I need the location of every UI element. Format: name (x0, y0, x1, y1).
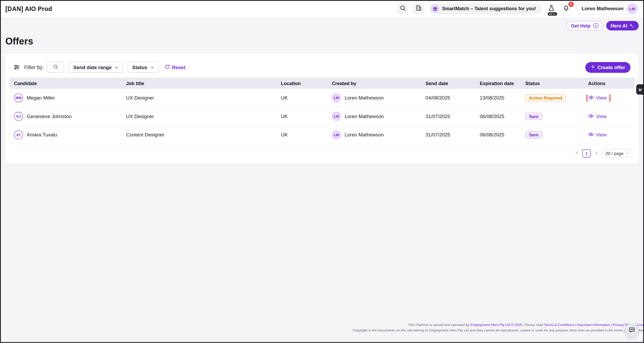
get-help-button[interactable]: Get Help ? (567, 21, 603, 30)
view-label: View (596, 95, 607, 101)
pagination: 1 20 / page (9, 144, 635, 159)
hero-ai-button[interactable]: Hero AI (606, 21, 639, 30)
labs-beta-button[interactable]: BETA (547, 3, 557, 14)
important-information-link[interactable]: Important Information (577, 323, 610, 327)
search-input[interactable] (47, 62, 64, 73)
legal-footer: This Platform is owned and operated by E… (353, 322, 644, 333)
column-header: Candidate (9, 81, 122, 86)
filter-sliders-icon (14, 64, 20, 70)
search-icon (400, 5, 406, 12)
view-label: View (596, 132, 607, 138)
table-row[interactable]: MM Megan Miller UX Designer UK LM Loren … (9, 89, 635, 107)
candidate-avatar: AT (14, 130, 23, 140)
create-offer-button[interactable]: Create offer (585, 62, 630, 73)
view-label: View (596, 113, 607, 119)
candidate-avatar: GJ (14, 112, 23, 121)
table-row[interactable]: GJ Genevieve Johnston UX Designer UK LM … (9, 107, 635, 126)
notification-count-badge: 2 (568, 1, 574, 7)
top-bar: [DAN] AIO Prod SmartMatch – Talent sugge… (0, 0, 644, 17)
create-offer-label: Create offer (597, 64, 625, 70)
smartmatch-label: SmartMatch – Talent suggestions for you! (442, 6, 536, 11)
footer-line-1: This Platform is owned and operated by E… (353, 322, 644, 328)
next-page-button[interactable] (594, 150, 598, 156)
view-offer-button[interactable]: View (588, 131, 607, 139)
filter-by-label: Filter by (24, 64, 43, 70)
chevron-right-icon (594, 150, 598, 156)
side-widget-tab[interactable]: W (636, 84, 644, 95)
created-by-name: Loren Mathewson (344, 113, 384, 119)
candidate-name: Amara Tuvalu (27, 132, 57, 138)
status-filter-label: Status (132, 64, 147, 70)
page-size-select[interactable]: 20 / page (602, 149, 632, 157)
organisation-button[interactable] (413, 3, 424, 14)
column-header: Actions (584, 81, 635, 86)
created-by-name: Loren Mathewson (344, 95, 384, 101)
send-date: 31/07/2025 (421, 113, 475, 119)
status-badge: Sent (525, 131, 542, 139)
chevron-down-icon (625, 152, 629, 155)
question-circle-icon: ? (593, 23, 598, 28)
page-size-label: 20 / page (606, 151, 624, 156)
cookie-policy-link[interactable]: Cookie Policy (637, 323, 644, 327)
created-by-avatar: LM (332, 112, 341, 121)
get-help-label: Get Help (571, 23, 590, 28)
eye-icon (588, 113, 594, 120)
column-header: Job title (122, 81, 276, 86)
chevron-down-icon (115, 65, 119, 69)
page-number-button[interactable]: 1 (583, 149, 591, 157)
eye-icon (588, 94, 594, 101)
send-date-range-label: Send date range (73, 64, 112, 70)
send-date: 31/07/2025 (421, 132, 475, 138)
view-offer-button[interactable]: View (588, 113, 607, 120)
created-by-name: Loren Mathewson (344, 132, 384, 138)
column-header: Created by (327, 81, 421, 86)
offers-page: [DAN] AIO Prod SmartMatch – Talent sugge… (0, 0, 644, 343)
expiration-date: 06/08/2025 (475, 113, 521, 119)
page-title: Offers (5, 36, 639, 47)
column-header: Status (521, 81, 584, 86)
previous-page-button[interactable] (575, 150, 579, 156)
terms-conditions-link[interactable]: Terms & Conditions (544, 323, 574, 327)
beta-badge: BETA (548, 12, 557, 15)
job-title: Content Designer (122, 132, 276, 138)
footer-text: This Platform is owned and operated by (408, 323, 471, 327)
chat-launcher-button[interactable] (625, 324, 639, 338)
user-menu[interactable]: Loren Mathewson LM (576, 2, 639, 15)
column-header: Expiration date (475, 81, 521, 86)
send-date: 04/08/2025 (421, 95, 475, 101)
notifications-button[interactable]: 2 (561, 3, 571, 14)
expiration-date: 06/08/2025 (475, 132, 521, 138)
chevron-down-icon (150, 65, 154, 69)
search-icon (53, 64, 58, 71)
filter-bar: Filter by Send date range Status (9, 58, 635, 78)
page-content: Get Help ? Hero AI Offers Filter by (0, 17, 644, 164)
user-avatar: LM (627, 4, 637, 14)
offers-card: Filter by Send date range Status (5, 54, 639, 164)
table-row[interactable]: AT Amara Tuvalu Content Designer UK LM L… (9, 126, 635, 144)
plus-icon (590, 64, 595, 70)
topbar-actions: SmartMatch – Talent suggestions for you!… (397, 2, 639, 15)
job-title: UX Designer (122, 95, 276, 101)
smartmatch-gift-icon (431, 4, 439, 13)
reset-filters-button[interactable]: Reset (165, 64, 185, 70)
employment-hero-link[interactable]: Employment Hero Pty Ltd © 2025 (470, 323, 522, 327)
status-badge: Sent (525, 113, 542, 120)
status-filter[interactable]: Status (128, 62, 159, 73)
offers-table: Candidate Job title Location Created by … (9, 78, 635, 144)
search-button[interactable] (397, 3, 408, 14)
hero-ai-label: Hero AI (611, 23, 627, 28)
header-actions: Get Help ? Hero AI (5, 17, 639, 30)
column-header: Location (276, 81, 327, 86)
view-offer-button[interactable]: View (588, 94, 607, 101)
chat-bubble-icon (628, 327, 635, 335)
user-name: Loren Mathewson (581, 6, 623, 12)
app-title: [DAN] AIO Prod (5, 5, 52, 12)
building-icon (416, 5, 422, 12)
smartmatch-banner-button[interactable]: SmartMatch – Talent suggestions for you! (430, 3, 542, 14)
location: UK (276, 113, 327, 119)
created-by-avatar: LM (332, 130, 341, 140)
status-badge: Action Required (525, 94, 566, 102)
send-date-range-filter[interactable]: Send date range (69, 62, 123, 73)
table-header-row: Candidate Job title Location Created by … (9, 78, 635, 89)
column-header: Send date (421, 81, 475, 86)
